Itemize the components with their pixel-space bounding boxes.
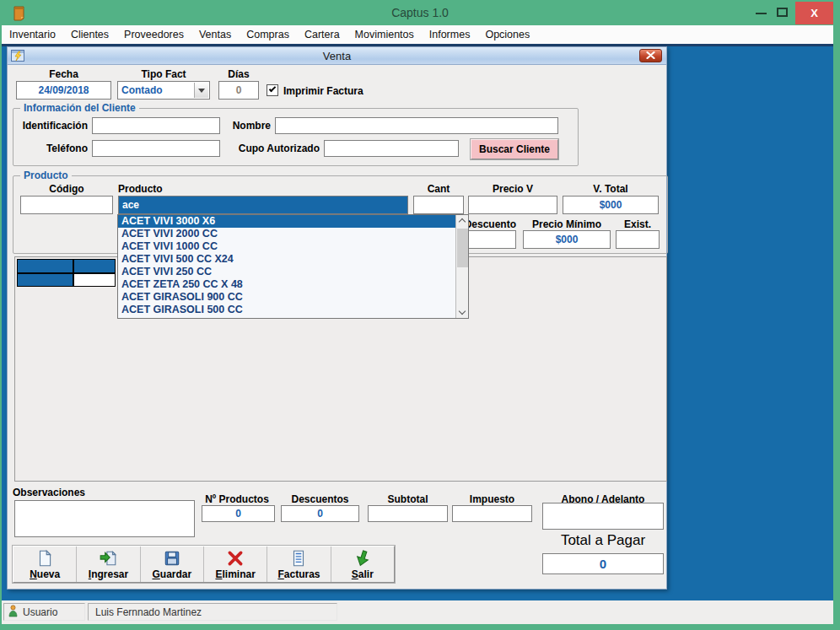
fecha-label: Fecha: [16, 68, 111, 80]
descuentos-label: Descuentos: [281, 493, 359, 505]
codigo-input[interactable]: [20, 196, 113, 214]
venta-close-button[interactable]: [639, 49, 662, 62]
impuesto-input[interactable]: [452, 505, 532, 522]
subtotal-input[interactable]: [368, 505, 448, 522]
menu-movimientos[interactable]: Movimientos: [347, 25, 422, 44]
menu-proveedores[interactable]: Proveedores: [116, 25, 191, 44]
observaciones-textarea[interactable]: [14, 500, 195, 537]
usuario-label: Usuario: [23, 606, 57, 618]
tipo-fact-combobox[interactable]: Contado: [117, 81, 210, 100]
menu-clientes[interactable]: Clientes: [63, 25, 116, 44]
dias-label: Días: [218, 68, 259, 80]
nombre-label: Nombre: [229, 120, 271, 132]
cliente-group-title: Información del Cliente: [20, 102, 139, 114]
user-icon: [8, 605, 19, 620]
menu-inventario[interactable]: Inventario: [2, 25, 63, 44]
eliminar-button[interactable]: Eliminar: [204, 547, 267, 582]
menu-informes[interactable]: Informes: [422, 25, 478, 44]
usuario-value: Luis Fernnado Martinez: [95, 606, 202, 618]
exist-label: Exist.: [616, 218, 660, 230]
telefono-input[interactable]: [92, 140, 220, 157]
total-a-pagar-input[interactable]: [542, 553, 664, 574]
venta-window: Venta Fecha Tipo Fact Días Contado Impri…: [7, 46, 667, 590]
subtotal-label: Subtotal: [368, 493, 448, 505]
precio-v-input[interactable]: [468, 196, 557, 214]
menu-compras[interactable]: Compras: [239, 25, 297, 44]
producto-label: Producto: [118, 183, 163, 195]
invoice-icon: [289, 549, 308, 568]
observaciones-label: Observaciones: [13, 487, 85, 498]
minimize-button[interactable]: [756, 13, 767, 14]
menu-opciones[interactable]: Opciones: [477, 25, 537, 44]
usuario-value-panel: Luis Fernnado Martinez: [88, 603, 337, 621]
grid-header-cell[interactable]: [73, 259, 116, 273]
list-item[interactable]: ACET VIVI 2000 CC: [118, 228, 456, 240]
v-total-input[interactable]: [563, 196, 659, 214]
exist-input[interactable]: [616, 230, 660, 249]
tipo-fact-label: Tipo Fact: [117, 68, 210, 80]
scroll-up-icon[interactable]: [459, 218, 466, 225]
grid-data-cell[interactable]: [73, 273, 116, 287]
venta-titlebar: Venta: [8, 47, 666, 65]
total-a-pagar-label: Total a Pagar: [542, 532, 664, 549]
list-item[interactable]: ACET ZETA 250 CC X 48: [118, 278, 456, 291]
precio-v-label: Precio V: [468, 183, 557, 195]
toolbar: Nueva Ingresar Guardar Eliminar Facturas: [13, 546, 395, 583]
main-titlebar: Captus 1.0 X: [0, 0, 840, 25]
close-button[interactable]: X: [795, 2, 833, 24]
dropdown-scrollbar[interactable]: [455, 215, 468, 318]
list-item[interactable]: ACET GIRASOLI 500 CC: [118, 304, 456, 316]
menu-ventas[interactable]: Ventas: [191, 25, 239, 44]
nueva-button[interactable]: Nueva: [13, 547, 77, 582]
scroll-down-icon[interactable]: [459, 308, 466, 315]
mdi-background: Venta Fecha Tipo Fact Días Contado Impri…: [2, 46, 833, 600]
imprimir-factura-checkbox[interactable]: [267, 84, 278, 96]
n-productos-input[interactable]: [202, 505, 275, 522]
scrollbar-thumb[interactable]: [457, 229, 468, 267]
cant-label: Cant: [413, 183, 464, 195]
cupo-autorizado-input[interactable]: [324, 140, 459, 157]
impuesto-label: Impuesto: [452, 493, 532, 505]
fecha-input[interactable]: [16, 81, 111, 100]
salir-button[interactable]: Salir: [331, 547, 394, 582]
checkmark-icon: [269, 85, 276, 92]
ingresar-button[interactable]: Ingresar: [77, 547, 140, 582]
list-item[interactable]: ACET VIVI 3000 X6: [118, 215, 456, 228]
usuario-panel: Usuario: [3, 603, 85, 621]
status-bar: Usuario Luis Fernnado Martinez: [2, 600, 833, 624]
dias-input[interactable]: [218, 81, 259, 100]
list-item[interactable]: ACET VIVI 1000 CC: [118, 240, 456, 253]
cant-input[interactable]: [413, 196, 464, 214]
nombre-input[interactable]: [275, 117, 558, 134]
descuentos-input[interactable]: [281, 505, 359, 522]
close-x-icon: [646, 51, 655, 59]
producto-search-input[interactable]: [118, 196, 408, 214]
list-item[interactable]: ACET VIVI 250 CC: [118, 266, 456, 278]
tipo-fact-value: Contado: [121, 84, 163, 96]
menu-cartera[interactable]: Cartera: [297, 25, 347, 44]
grid-header-cell[interactable]: [17, 259, 73, 273]
buscar-cliente-button[interactable]: Buscar Cliente: [471, 139, 558, 159]
maximize-button[interactable]: [777, 8, 788, 17]
producto-suggestion-list: ACET VIVI 3000 X6 ACET VIVI 2000 CC ACET…: [117, 214, 469, 319]
cliente-group: Información del Cliente Identificación N…: [13, 108, 579, 166]
imprimir-factura-label: Imprimir Factura: [283, 85, 363, 97]
exit-icon: [353, 549, 372, 568]
guardar-button[interactable]: Guardar: [141, 547, 204, 582]
list-item[interactable]: ACET GIRASOLI 900 CC: [118, 291, 456, 304]
codigo-label: Código: [20, 183, 113, 195]
insert-icon: [99, 549, 117, 568]
cupo-autorizado-label: Cupo Autorizado: [229, 143, 320, 154]
save-icon: [163, 549, 181, 568]
list-item[interactable]: ACET VIVI 500 CC X24: [118, 253, 456, 266]
facturas-button[interactable]: Facturas: [267, 547, 331, 582]
new-page-icon: [35, 549, 54, 568]
precio-minimo-input[interactable]: [523, 230, 611, 249]
menu-bar: Inventario Clientes Proveedores Ventas C…: [2, 25, 833, 44]
abono-adelanto-input[interactable]: [542, 503, 664, 530]
app-title: Captus 1.0: [0, 0, 840, 25]
v-total-label: V. Total: [563, 183, 659, 195]
combo-dropdown-arrow-icon[interactable]: [194, 83, 208, 98]
identificacion-input[interactable]: [92, 117, 220, 134]
grid-row-header-cell[interactable]: [17, 273, 73, 287]
